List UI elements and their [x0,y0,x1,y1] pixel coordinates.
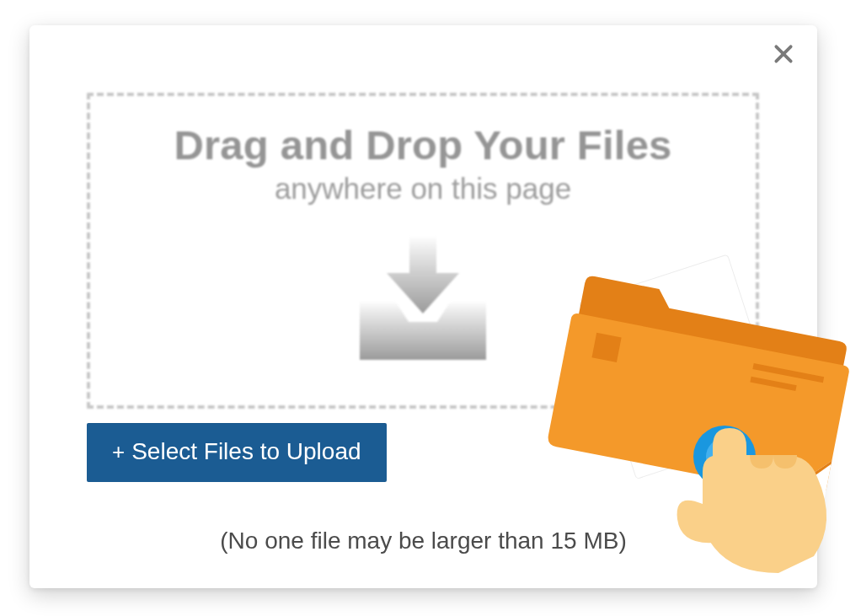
dropzone-title: Drag and Drop Your Files [90,121,756,169]
upload-dialog: Drag and Drop Your Files anywhere on thi… [29,25,817,588]
dropzone[interactable]: Drag and Drop Your Files anywhere on thi… [87,93,759,409]
close-icon [773,43,794,68]
plus-icon: + [112,441,125,463]
dropzone-subtitle: anywhere on this page [90,172,756,206]
select-files-button[interactable]: + Select Files to Upload [87,423,387,482]
inbox-download-icon [90,221,756,368]
select-files-label: Select Files to Upload [131,438,361,465]
file-size-note: (No one file may be larger than 15 MB) [29,528,817,554]
close-button[interactable] [765,37,802,74]
